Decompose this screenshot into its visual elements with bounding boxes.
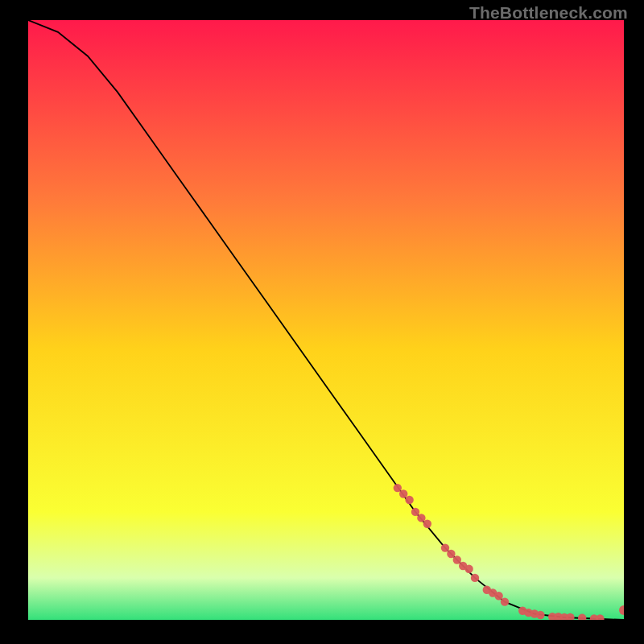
marker-point (494, 592, 502, 600)
marker-point (417, 514, 425, 522)
marker-point (394, 484, 402, 492)
marker-point (399, 489, 407, 497)
marker-point (471, 574, 479, 582)
marker-point (501, 597, 509, 605)
marker-point (423, 520, 431, 528)
chart-plot-area (28, 20, 624, 620)
chart-stage: TheBottleneck.com (0, 0, 644, 644)
marker-point (464, 565, 473, 573)
marker-point (405, 496, 413, 504)
marker-point (536, 611, 544, 619)
gradient-background (28, 20, 624, 620)
marker-point (411, 508, 419, 516)
marker-point (441, 543, 449, 551)
marker-point (453, 555, 461, 564)
marker-point (447, 550, 455, 558)
chart-svg (28, 20, 624, 620)
